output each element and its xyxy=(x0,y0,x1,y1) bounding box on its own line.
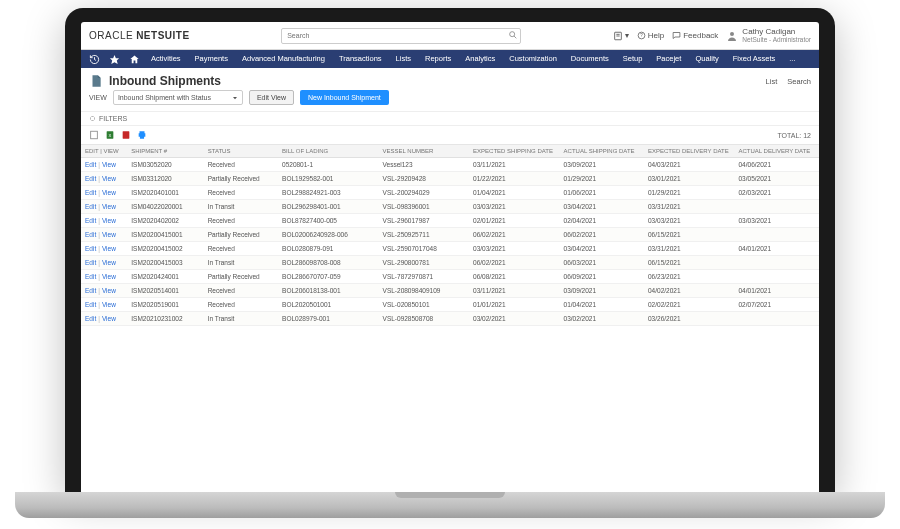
cell-esd: 06/02/2021 xyxy=(469,256,559,270)
cell-asd: 03/04/2021 xyxy=(560,242,644,256)
edit-link[interactable]: Edit xyxy=(85,231,96,238)
cell-vessel: VSL-296017987 xyxy=(379,214,469,228)
view-link[interactable]: View xyxy=(102,273,116,280)
page-title: Inbound Shipments xyxy=(109,74,760,88)
brand-part2: NETSUITE xyxy=(136,30,189,41)
global-search-input[interactable] xyxy=(281,28,521,44)
print-icon[interactable] xyxy=(137,130,147,140)
cell-bol: BOL1929582-001 xyxy=(278,172,379,186)
cell-status: In Transit xyxy=(204,256,278,270)
avatar-icon xyxy=(726,30,738,42)
col-header[interactable]: SHIPMENT # xyxy=(127,145,203,158)
cell-status: Received xyxy=(204,242,278,256)
cell-edd: 03/03/2021 xyxy=(644,214,734,228)
history-icon[interactable] xyxy=(85,50,103,68)
export-excel-icon[interactable]: X xyxy=(105,130,115,140)
cell-vessel: VSL-098396001 xyxy=(379,200,469,214)
edit-link[interactable]: Edit xyxy=(85,161,96,168)
view-select[interactable]: Inbound Shipment with Status xyxy=(113,90,243,105)
view-link[interactable]: View xyxy=(102,259,116,266)
cell-add xyxy=(734,256,819,270)
cell-status: Received xyxy=(204,158,278,172)
menu-item-advanced-manufacturing[interactable]: Advanced Manufacturing xyxy=(236,50,331,68)
view-link[interactable]: View xyxy=(102,245,116,252)
search-link[interactable]: Search xyxy=(787,77,811,86)
cell-ship: ISM2020401001 xyxy=(127,186,203,200)
edit-link[interactable]: Edit xyxy=(85,259,96,266)
col-header[interactable]: ACTUAL DELIVERY DATE xyxy=(734,145,819,158)
svg-rect-13 xyxy=(94,117,95,119)
menu-item-reports[interactable]: Reports xyxy=(419,50,457,68)
help-link[interactable]: ? Help xyxy=(637,31,664,40)
edit-link[interactable]: Edit xyxy=(85,273,96,280)
cell-ship: ISM2020402002 xyxy=(127,214,203,228)
cell-vessel: VSL-290800781 xyxy=(379,256,469,270)
list-link[interactable]: List xyxy=(766,77,778,86)
view-link[interactable]: View xyxy=(102,175,116,182)
edit-link[interactable]: Edit xyxy=(85,217,96,224)
menu-item-transactions[interactable]: Transactions xyxy=(333,50,388,68)
col-header[interactable]: ACTUAL SHIPPING DATE xyxy=(560,145,644,158)
view-link[interactable]: View xyxy=(102,287,116,294)
menu-item-payments[interactable]: Payments xyxy=(189,50,234,68)
menu-item-documents[interactable]: Documents xyxy=(565,50,615,68)
svg-rect-12 xyxy=(90,117,91,119)
cell-edd: 03/26/2021 xyxy=(644,312,734,326)
export-pdf-icon[interactable] xyxy=(121,130,131,140)
menu-item--[interactable]: ... xyxy=(783,50,801,68)
menu-item-setup[interactable]: Setup xyxy=(617,50,649,68)
menu-item-customization[interactable]: Customization xyxy=(503,50,563,68)
col-header[interactable]: BILL OF LADING xyxy=(278,145,379,158)
cell-add xyxy=(734,312,819,326)
view-link[interactable]: View xyxy=(102,189,116,196)
cell-ship: ISM20200415001 xyxy=(127,228,203,242)
edit-link[interactable]: Edit xyxy=(85,203,96,210)
col-header[interactable]: EXPECTED DELIVERY DATE xyxy=(644,145,734,158)
home-icon[interactable] xyxy=(125,50,143,68)
edit-link[interactable]: Edit xyxy=(85,287,96,294)
col-header[interactable]: EXPECTED SHIPPING DATE xyxy=(469,145,559,158)
cell-vessel: VSL-208098409109 xyxy=(379,284,469,298)
cell-add: 04/01/2021 xyxy=(734,242,819,256)
edit-view-button[interactable]: Edit View xyxy=(249,90,294,105)
page-title-row: Inbound Shipments List Search xyxy=(81,68,819,90)
col-header[interactable]: STATUS xyxy=(204,145,278,158)
table-row: Edit|ViewISM03312020Partially ReceivedBO… xyxy=(81,172,819,186)
cell-edd: 03/01/2021 xyxy=(644,172,734,186)
edit-link[interactable]: Edit xyxy=(85,245,96,252)
cell-bol: BOL298824921-003 xyxy=(278,186,379,200)
view-link[interactable]: View xyxy=(102,301,116,308)
view-link[interactable]: View xyxy=(102,161,116,168)
cell-status: In Transit xyxy=(204,312,278,326)
filters-toggle[interactable]: FILTERS xyxy=(81,111,819,126)
view-link[interactable]: View xyxy=(102,203,116,210)
view-link[interactable]: View xyxy=(102,217,116,224)
edit-link[interactable]: Edit xyxy=(85,301,96,308)
edit-link[interactable]: Edit xyxy=(85,189,96,196)
menu-item-analytics[interactable]: Analytics xyxy=(459,50,501,68)
search-icon[interactable] xyxy=(508,30,518,40)
user-menu[interactable]: Cathy Cadigan NetSuite - Administrator xyxy=(726,28,811,44)
menu-item-activities[interactable]: Activities xyxy=(145,50,187,68)
feedback-link[interactable]: Feedback xyxy=(672,31,718,40)
menu-item-fixed-assets[interactable]: Fixed Assets xyxy=(727,50,782,68)
cell-add: 03/03/2021 xyxy=(734,214,819,228)
col-header[interactable]: EDIT | VIEW xyxy=(81,145,127,158)
menu-item-quality[interactable]: Quality xyxy=(689,50,724,68)
document-icon xyxy=(89,74,103,88)
new-inbound-shipment-button[interactable]: New Inbound Shipment xyxy=(300,90,389,105)
table-row: Edit|ViewISM20210231002In TransitBOL0289… xyxy=(81,312,819,326)
edit-link[interactable]: Edit xyxy=(85,315,96,322)
notes-icon[interactable]: ▾ xyxy=(613,31,629,41)
star-icon[interactable] xyxy=(105,50,123,68)
view-link[interactable]: View xyxy=(102,315,116,322)
screen: ORACLE NETSUITE ▾ ? Help xyxy=(81,22,819,492)
col-header[interactable]: VESSEL NUMBER xyxy=(379,145,469,158)
export-csv-icon[interactable] xyxy=(89,130,99,140)
view-link[interactable]: View xyxy=(102,231,116,238)
view-row: VIEW Inbound Shipment with Status Edit V… xyxy=(81,90,819,111)
edit-link[interactable]: Edit xyxy=(85,175,96,182)
menu-item-lists[interactable]: Lists xyxy=(390,50,417,68)
menu-item-pacejet[interactable]: Pacejet xyxy=(650,50,687,68)
cell-edd: 04/02/2021 xyxy=(644,284,734,298)
